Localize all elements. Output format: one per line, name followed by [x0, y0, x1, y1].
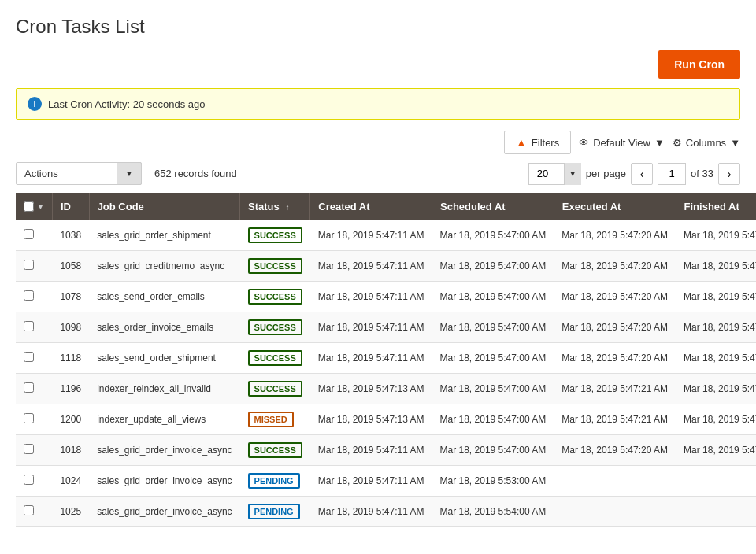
cell-job-code: indexer_update_all_views: [89, 404, 239, 435]
row-checkbox[interactable]: [24, 444, 34, 454]
cell-executed-at: Mar 18, 2019 5:47:20 AM: [554, 220, 676, 251]
cell-status: SUCCESS: [240, 435, 310, 466]
cell-created-at: Mar 18, 2019 5:47:11 AM: [310, 220, 432, 251]
table-row: 1024 sales_grid_order_invoice_async PEND…: [16, 466, 756, 497]
table-row: 1098 sales_order_invoice_emails SUCCESS …: [16, 312, 756, 343]
row-checkbox-cell: [16, 220, 52, 251]
cell-status: SUCCESS: [240, 220, 310, 251]
select-all-checkbox[interactable]: [24, 201, 34, 212]
cell-executed-at: Mar 18, 2019 5:47:20 AM: [554, 435, 676, 466]
cell-created-at: Mar 18, 2019 5:47:11 AM: [310, 312, 432, 343]
table-row: 1118 sales_send_order_shipment SUCCESS M…: [16, 343, 756, 374]
th-job-code: Job Code: [89, 193, 239, 220]
cell-id: 1058: [52, 251, 89, 282]
cell-status: SUCCESS: [240, 343, 310, 374]
cell-id: 1078: [52, 282, 89, 312]
cell-scheduled-at: Mar 18, 2019 5:47:00 AM: [432, 312, 554, 343]
next-page-button[interactable]: ›: [718, 163, 740, 185]
cell-job-code: sales_grid_order_invoice_async: [89, 497, 239, 527]
row-checkbox[interactable]: [24, 290, 34, 301]
cell-status: SUCCESS: [240, 374, 310, 404]
table-row: 1196 indexer_reindex_all_invalid SUCCESS…: [16, 374, 756, 404]
cell-finished-at: [676, 497, 756, 527]
status-badge: SUCCESS: [248, 319, 302, 335]
cell-finished-at: Mar 18, 2019 5:47:21 AM: [676, 374, 756, 404]
prev-page-button[interactable]: ‹: [631, 163, 653, 185]
th-status[interactable]: Status ↑: [240, 193, 310, 220]
table-row: 1078 sales_send_order_emails SUCCESS Mar…: [16, 282, 756, 312]
status-badge: SUCCESS: [248, 350, 302, 366]
cell-status: PENDING: [240, 497, 310, 527]
cell-created-at: Mar 18, 2019 5:47:11 AM: [310, 251, 432, 282]
row-checkbox-cell: [16, 497, 52, 527]
cell-id: 1018: [52, 435, 89, 466]
per-page-select[interactable]: 20: [528, 163, 581, 185]
cell-executed-at: Mar 18, 2019 5:47:20 AM: [554, 312, 676, 343]
row-checkbox[interactable]: [24, 321, 34, 331]
cell-scheduled-at: Mar 18, 2019 5:47:00 AM: [432, 220, 554, 251]
cell-created-at: Mar 18, 2019 5:47:13 AM: [310, 374, 432, 404]
default-view-label: Default View: [593, 137, 650, 149]
cell-status: SUCCESS: [240, 282, 310, 312]
row-checkbox[interactable]: [24, 505, 34, 515]
actions-select[interactable]: Actions: [16, 162, 142, 185]
row-checkbox[interactable]: [24, 260, 34, 270]
cell-finished-at: Mar 18, 2019 5:47:20 AM: [676, 343, 756, 374]
cell-id: 1200: [52, 404, 89, 435]
cell-executed-at: Mar 18, 2019 5:47:21 AM: [554, 404, 676, 435]
cell-created-at: Mar 18, 2019 5:47:11 AM: [310, 343, 432, 374]
table-row: 1025 sales_grid_order_invoice_async PEND…: [16, 497, 756, 527]
actions-bar: Actions ▼ 652 records found 20 ▼ per pag…: [16, 162, 740, 185]
row-checkbox[interactable]: [24, 475, 34, 485]
cell-job-code: indexer_reindex_all_invalid: [89, 374, 239, 404]
filters-button[interactable]: ▲ Filters: [504, 131, 571, 154]
cell-scheduled-at: Mar 18, 2019 5:47:00 AM: [432, 282, 554, 312]
page-number-input[interactable]: [658, 163, 686, 185]
row-checkbox-cell: [16, 404, 52, 435]
row-checkbox-cell: [16, 282, 52, 312]
cell-id: 1024: [52, 466, 89, 497]
th-executed-at: Executed At: [554, 193, 676, 220]
cron-tasks-table: ▼ ID Job Code Status ↑ Created At Schedu…: [16, 193, 756, 527]
table-row: 1200 indexer_update_all_views MISSED Mar…: [16, 404, 756, 435]
top-toolbar: Run Cron: [16, 50, 740, 79]
cell-job-code: sales_order_invoice_emails: [89, 312, 239, 343]
table-row: 1058 sales_grid_creditmemo_async SUCCESS…: [16, 251, 756, 282]
status-badge: SUCCESS: [248, 381, 302, 397]
chevron-down-icon: ▼: [654, 137, 665, 149]
row-checkbox[interactable]: [24, 352, 34, 362]
row-checkbox[interactable]: [24, 413, 34, 423]
th-scheduled-at: Scheduled At: [432, 193, 554, 220]
chevron-down-icon-columns: ▼: [730, 137, 740, 149]
cell-scheduled-at: Mar 18, 2019 5:47:00 AM: [432, 404, 554, 435]
th-created-at: Created At: [310, 193, 432, 220]
cell-job-code: sales_grid_order_shipment: [89, 220, 239, 251]
cell-created-at: Mar 18, 2019 5:47:11 AM: [310, 466, 432, 497]
cell-scheduled-at: Mar 18, 2019 5:53:00 AM: [432, 466, 554, 497]
select-all-th: ▼: [16, 193, 52, 220]
cell-executed-at: [554, 466, 676, 497]
run-cron-button[interactable]: Run Cron: [658, 50, 740, 79]
cell-job-code: sales_grid_creditmemo_async: [89, 251, 239, 282]
cell-executed-at: Mar 18, 2019 5:47:20 AM: [554, 282, 676, 312]
cell-scheduled-at: Mar 18, 2019 5:47:00 AM: [432, 251, 554, 282]
cell-id: 1098: [52, 312, 89, 343]
status-badge: SUCCESS: [248, 227, 302, 243]
default-view-button[interactable]: 👁 Default View ▼: [579, 137, 665, 149]
cell-finished-at: Mar 18, 2019 5:47:20 AM: [676, 220, 756, 251]
row-checkbox[interactable]: [24, 382, 34, 393]
status-badge: PENDING: [248, 473, 300, 489]
table-header-row: ▼ ID Job Code Status ↑ Created At Schedu…: [16, 193, 756, 220]
status-badge: SUCCESS: [248, 258, 302, 274]
cell-finished-at: Mar 18, 2019 5:47:20 AM: [676, 251, 756, 282]
cell-executed-at: Mar 18, 2019 5:47:20 AM: [554, 343, 676, 374]
columns-button[interactable]: ⚙ Columns ▼: [673, 137, 740, 149]
th-finished-at: Finished At: [676, 193, 756, 220]
row-checkbox-cell: [16, 466, 52, 497]
filters-label: Filters: [532, 137, 559, 149]
records-count: 652 records found: [154, 168, 237, 179]
cell-id: 1118: [52, 343, 89, 374]
row-checkbox[interactable]: [24, 229, 34, 239]
select-all-arrow-icon[interactable]: ▼: [37, 203, 44, 211]
status-badge: SUCCESS: [248, 289, 302, 305]
